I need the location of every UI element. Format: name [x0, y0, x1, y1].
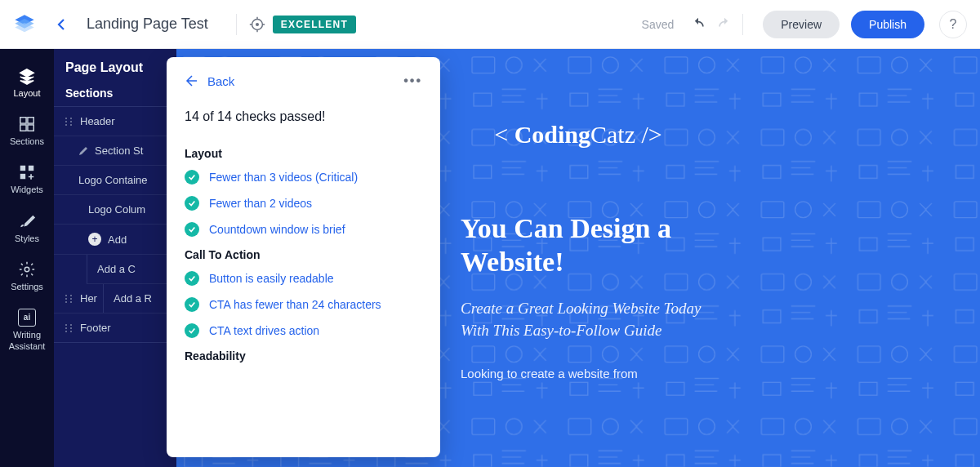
section-row-footer[interactable]: Footer [54, 314, 176, 342]
publish-button[interactable]: Publish [851, 11, 924, 38]
rail-layout[interactable]: Layout [0, 59, 54, 107]
rail-label: Layout [13, 88, 40, 99]
svg-point-22 [65, 324, 67, 326]
svg-point-20 [65, 301, 67, 303]
section-row-header[interactable]: Header [54, 107, 176, 136]
svg-point-25 [70, 327, 72, 329]
target-icon[interactable] [248, 16, 266, 33]
section-row-styles[interactable]: Section St [54, 136, 176, 166]
gear-icon [18, 260, 36, 278]
preview-button[interactable]: Preview [763, 11, 840, 38]
popup-group-title: Call To Action [185, 248, 422, 261]
section-label: Logo Colum [88, 203, 145, 216]
svg-point-14 [65, 124, 67, 126]
panel-subtitle: Sections [54, 87, 176, 100]
check-icon [185, 196, 199, 211]
check-icon [185, 297, 199, 312]
popup-check-item[interactable]: Fewer than 2 videos [185, 196, 422, 211]
divider [742, 14, 743, 35]
popup-check-label: Countdown window is brief [209, 223, 345, 236]
help-button[interactable]: ? [939, 11, 967, 38]
svg-point-18 [65, 298, 67, 300]
popup-check-label: Button is easily readable [209, 272, 334, 285]
pencil-icon [78, 146, 88, 156]
grip-icon [64, 294, 74, 304]
grid-icon [18, 115, 36, 133]
svg-point-1 [256, 22, 259, 25]
svg-point-12 [65, 121, 67, 122]
redo-icon[interactable] [716, 16, 733, 33]
svg-point-13 [70, 121, 72, 122]
section-label: Header [80, 115, 115, 127]
section-label: Logo Containe [78, 174, 148, 186]
logo-icon [13, 13, 36, 36]
svg-rect-5 [28, 125, 33, 131]
svg-point-9 [24, 267, 29, 272]
svg-point-11 [70, 118, 72, 119]
popup-check-item[interactable]: CTA text drives action [185, 323, 422, 338]
check-icon [185, 222, 199, 237]
svg-point-24 [65, 327, 67, 329]
rail-label: Widgets [11, 185, 43, 195]
svg-point-17 [70, 295, 72, 296]
status-badge: EXCELLENT [273, 16, 356, 33]
grip-icon [64, 117, 74, 127]
section-row-logo-column[interactable]: Logo Colum [54, 195, 176, 225]
section-label: Her [80, 292, 97, 305]
back-icon[interactable] [52, 15, 72, 34]
section-label: Footer [80, 322, 111, 334]
grip-icon [64, 323, 74, 333]
brush-icon [18, 212, 36, 230]
divider [236, 14, 237, 35]
section-row-add-c[interactable]: Add a C [87, 255, 176, 284]
popup-check-item[interactable]: Button is easily readable [185, 271, 422, 286]
svg-point-21 [70, 301, 72, 303]
saved-label: Saved [642, 18, 675, 31]
svg-point-15 [70, 124, 72, 126]
svg-rect-7 [29, 166, 33, 171]
checks-popup: Back ••• 14 of 14 checks passed! LayoutF… [167, 57, 440, 457]
panel-title: Page Layout [54, 60, 176, 75]
svg-rect-8 [20, 174, 25, 179]
popup-group-title: Readability [185, 349, 422, 362]
rail-label: Styles [15, 234, 39, 244]
popup-back-button[interactable]: Back [185, 73, 234, 88]
section-label: Section St [95, 145, 143, 157]
popup-check-label: CTA text drives action [209, 324, 319, 337]
rail-label: Writing Assistant [9, 330, 46, 353]
left-rail: Layout Sections Widgets Styles Settings … [0, 49, 54, 467]
undo-icon[interactable] [690, 16, 706, 33]
svg-point-16 [65, 295, 67, 296]
rail-widgets[interactable]: Widgets [0, 155, 54, 203]
popup-menu-button[interactable]: ••• [403, 73, 422, 88]
rail-settings[interactable]: Settings [0, 252, 54, 300]
section-row-add[interactable]: + Add [54, 225, 176, 255]
section-row-hero[interactable]: Her Add a R [54, 284, 176, 314]
check-icon [185, 170, 199, 185]
popup-check-item[interactable]: Countdown window is brief [185, 222, 422, 237]
popup-check-label: Fewer than 3 videos (Critical) [209, 171, 358, 184]
check-icon [185, 271, 199, 286]
section-label: Add a C [97, 263, 136, 275]
popup-check-item[interactable]: CTA has fewer than 24 characters [185, 297, 422, 312]
hero-desc: Looking to create a website from [461, 367, 722, 380]
hero-headline: You Can Design a Website! [461, 212, 722, 279]
rail-sections[interactable]: Sections [0, 107, 54, 155]
svg-point-19 [70, 298, 72, 300]
svg-point-26 [65, 331, 67, 332]
check-icon [185, 323, 199, 338]
widgets-icon [18, 163, 36, 181]
ai-icon: ai [18, 309, 36, 327]
page-title: Landing Page Test [87, 16, 208, 33]
popup-check-item[interactable]: Fewer than 3 videos (Critical) [185, 170, 422, 185]
rail-writing-assistant[interactable]: ai Writing Assistant [0, 300, 54, 361]
rail-label: Sections [10, 136, 44, 147]
layers-icon [18, 67, 36, 85]
svg-rect-2 [20, 118, 26, 123]
svg-point-23 [70, 324, 72, 326]
rail-styles[interactable]: Styles [0, 204, 54, 252]
brand-logo: < CodingCatz /> [494, 121, 662, 149]
svg-rect-4 [20, 125, 26, 131]
hero-subhead: Create a Great Looking Website Today Wit… [461, 297, 722, 342]
section-row-logo-container[interactable]: Logo Containe [54, 166, 176, 195]
